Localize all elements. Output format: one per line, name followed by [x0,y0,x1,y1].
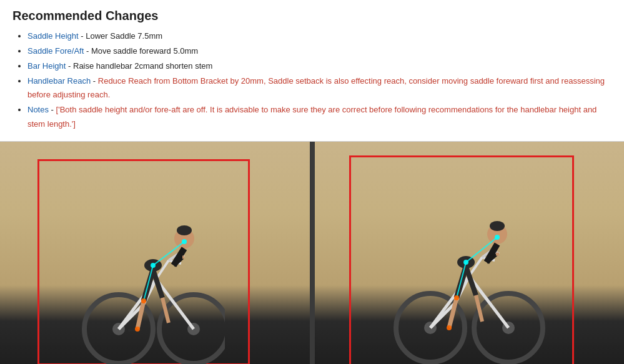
svg-point-61 [447,325,452,330]
rec-detail: Reduce Reach from Bottom Bracket by 20mm… [27,76,605,99]
svg-point-15 [177,225,192,235]
recommendations-list: Saddle Height - Lower Saddle 7.5mm Saddl… [12,29,612,131]
left-image-container [0,142,310,364]
svg-point-46 [490,221,505,231]
rec-label: Saddle Height [27,31,79,41]
right-bike-image [315,142,625,364]
svg-point-29 [141,298,146,303]
right-cyclist [390,173,546,364]
right-image-container [310,142,625,364]
page-title: Recommended Changes [12,9,612,23]
list-item: Saddle Height - Lower Saddle 7.5mm [27,29,612,43]
rec-separator: - [86,46,91,56]
list-item: Bar Height - Raise handlebar 2cmand shor… [27,59,612,73]
rec-detail: Raise handlebar 2cm [73,61,150,71]
images-section [0,142,624,364]
svg-point-59 [463,260,468,265]
rec-detail: Move saddle foreward 5.0mm [91,46,198,56]
list-item: Handlebar Reach - Reduce Reach from Bott… [27,74,612,102]
svg-point-27 [182,239,187,244]
rec-separator: - [68,61,73,71]
list-item: Saddle Fore/Aft - Move saddle foreward 5… [27,44,612,58]
rec-label: Bar Height [27,61,66,71]
rec-detail-2: and shorten stem [150,61,212,71]
rec-detail: ['Both saddle height and/or fore-aft are… [27,105,597,128]
rec-detail: Lower Saddle 7.5mm [86,31,162,41]
rec-label: Handlebar Reach [27,76,91,86]
svg-point-60 [454,295,459,300]
rec-separator: - [93,76,98,86]
left-bike-image [0,142,310,364]
svg-point-28 [151,263,156,268]
rec-label: Notes [27,105,49,114]
svg-point-30 [135,327,140,332]
svg-point-58 [495,235,500,240]
rec-label: Saddle Fore/Aft [27,46,84,56]
recommendations-section: Recommended Changes Saddle Height - Lowe… [0,0,624,142]
left-cyclist [81,179,225,364]
list-item: Notes - ['Both saddle height and/or fore… [27,103,612,130]
rec-separator: - [51,105,56,114]
